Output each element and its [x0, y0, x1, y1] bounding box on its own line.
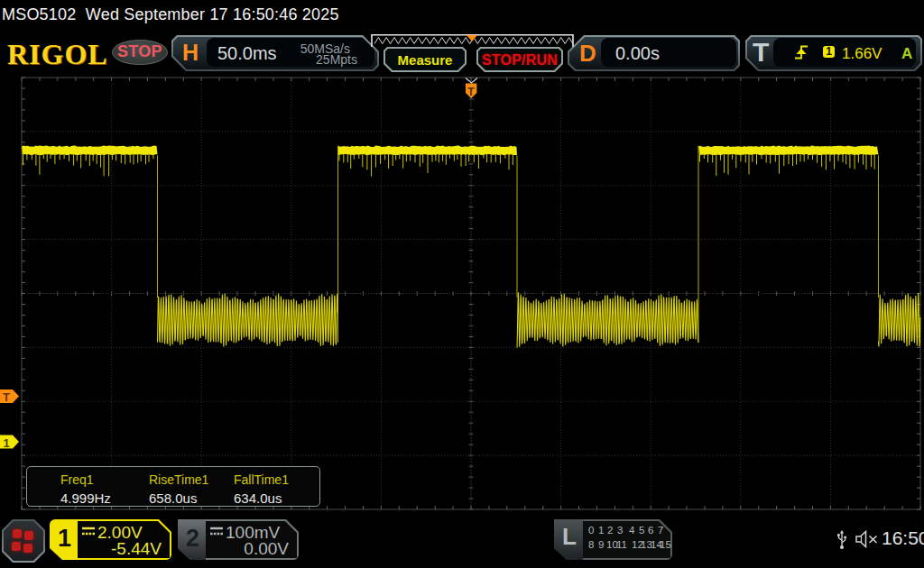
svg-text:T: T — [467, 86, 475, 98]
svg-text:1: 1 — [3, 436, 9, 450]
svg-text:T: T — [3, 390, 10, 404]
